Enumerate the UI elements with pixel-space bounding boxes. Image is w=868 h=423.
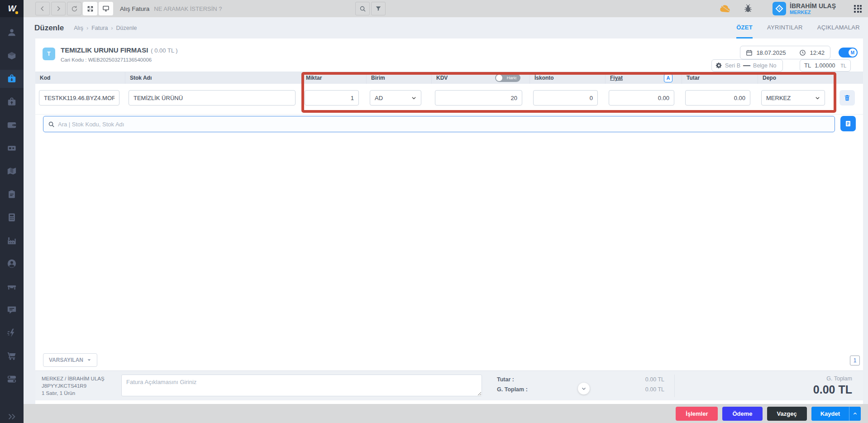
user-avatar[interactable]: ? <box>773 2 786 15</box>
kaydet-more-button[interactable] <box>849 407 861 421</box>
cell-birim: AD <box>366 84 431 115</box>
sidebar-item-settings[interactable] <box>0 370 24 388</box>
bug-report-icon[interactable] <box>744 4 753 13</box>
sidebar-item-map[interactable] <box>0 162 24 180</box>
tutar-input[interactable] <box>685 90 750 106</box>
belge-no-field[interactable]: Belge No <box>753 62 776 69</box>
sidebar-item-pos[interactable] <box>0 139 24 157</box>
back-button[interactable] <box>35 2 50 15</box>
odeme-button[interactable]: Ödeme <box>722 407 762 421</box>
tab-aciklamalar[interactable]: AÇIKLAMALAR <box>817 17 860 38</box>
fullscreen-button[interactable] <box>83 2 97 15</box>
invoice-note-textarea[interactable] <box>121 375 482 396</box>
depo-select[interactable]: MERKEZ <box>761 90 825 106</box>
col-header-iskonto: İskonto <box>529 72 605 84</box>
iskonto-input[interactable] <box>533 90 598 106</box>
user-branch: MERKEZ <box>790 10 836 15</box>
cart-icon <box>7 351 17 361</box>
calculator-icon <box>7 212 17 222</box>
invoice-time[interactable]: 12:42 <box>810 49 825 56</box>
chevron-right-icon <box>55 5 62 12</box>
pos-icon <box>7 143 17 153</box>
breadcrumb-item[interactable]: Düzenle <box>116 25 137 31</box>
global-search-button[interactable] <box>355 2 370 15</box>
sidebar-item-clipboard[interactable] <box>0 185 24 203</box>
sidebar-item-production[interactable] <box>0 231 24 250</box>
sidebar-item-calculator[interactable] <box>0 208 24 226</box>
cell-miktar <box>301 84 366 115</box>
invoice-card: T TEMIZLIK URUNU FIRMASI( 0.00 TL ) Cari… <box>35 38 863 404</box>
stock-list-button[interactable] <box>840 116 856 131</box>
tab-ozet[interactable]: ÖZET <box>736 17 753 38</box>
sidebar-item-user[interactable] <box>0 24 24 42</box>
sidebar-item-purchase[interactable] <box>0 70 24 88</box>
sidebar-item-package[interactable] <box>0 47 24 65</box>
sidebar-item-quick[interactable] <box>0 324 24 342</box>
kod-input[interactable] <box>39 90 119 106</box>
breadcrumb-item[interactable]: Alış <box>74 25 83 31</box>
invoice-lines-table: Kod Stok Adı Miktar Birim KDV Haric İsko… <box>35 72 863 115</box>
col-header-fiyat: Fiyat A <box>605 72 682 84</box>
topbar: Alış Fatura ? İBRAHİM ULAŞ MERKEZ <box>24 0 868 17</box>
session-info: MERKEZ / İBRAHİM ULAŞ J8PYYJKCTS41R9 1 S… <box>42 375 105 397</box>
birim-select[interactable]: AD <box>370 90 421 106</box>
kaydet-button[interactable]: Kaydet <box>811 407 849 421</box>
apps-grid-icon[interactable] <box>854 5 862 13</box>
seri-field[interactable]: Seri B <box>725 62 740 69</box>
kdv-haric-toggle[interactable]: Haric <box>495 74 520 82</box>
customer-name[interactable]: TEMIZLIK URUNU FIRMASI( 0.00 TL ) <box>61 46 178 54</box>
tab-ayrintilar[interactable]: AYRINTILAR <box>767 17 803 38</box>
breadcrumb-separator <box>86 25 88 31</box>
breadcrumb-item[interactable]: Fatura <box>91 25 108 31</box>
refresh-button[interactable] <box>67 2 81 15</box>
map-icon <box>7 166 17 176</box>
funnel-icon <box>375 5 382 12</box>
sidebar-item-sales[interactable] <box>0 93 24 111</box>
chevron-up-icon <box>853 411 858 416</box>
islemler-button[interactable]: İşlemler <box>676 407 718 421</box>
gear-icon[interactable] <box>715 62 722 69</box>
clock-icon <box>799 49 806 56</box>
col-header-kdv: KDV Haric <box>431 72 529 84</box>
stok-adi-input[interactable] <box>129 90 296 106</box>
stock-search-row <box>43 116 835 132</box>
sidebar-item-customers[interactable] <box>0 255 24 273</box>
stock-search-input[interactable] <box>58 121 830 128</box>
fiyat-a-badge[interactable]: A <box>664 74 672 82</box>
chevron-down-icon <box>581 386 587 391</box>
delete-row-button[interactable] <box>839 90 855 106</box>
rate-unit: TL <box>840 63 846 68</box>
currency-code: TL <box>804 62 811 69</box>
sidebar-item-ecommerce[interactable] <box>0 347 24 365</box>
vazgec-button[interactable]: Vazgeç <box>767 407 807 421</box>
session-code-line: J8PYYJKCTS41R9 <box>42 382 105 389</box>
fiyat-input[interactable] <box>609 90 674 106</box>
miktar-input[interactable] <box>305 90 359 106</box>
global-search-input[interactable] <box>154 2 355 15</box>
currency-group[interactable]: TL 1.00000 TL <box>800 59 851 72</box>
action-bar: İşlemler Ödeme Vazgeç Kaydet <box>24 404 868 423</box>
mode-toggle[interactable]: M <box>839 48 858 58</box>
sidebar-item-messages[interactable] <box>0 301 24 319</box>
sidebar-expand-button[interactable] <box>0 413 24 420</box>
sidebar-item-furniture[interactable] <box>0 278 24 296</box>
cell-iskonto <box>529 84 605 115</box>
cloud-offline-icon[interactable] <box>719 4 731 14</box>
forward-button[interactable] <box>51 2 66 15</box>
customer-balance: ( 0.00 TL ) <box>151 47 177 54</box>
sidebar-item-wallet[interactable] <box>0 116 24 134</box>
varsayilan-dropdown[interactable]: VARSAYILAN <box>43 353 97 367</box>
filter-button[interactable] <box>371 2 386 15</box>
expand-totals-button[interactable] <box>578 383 590 394</box>
app-logo[interactable]: W <box>0 0 24 17</box>
gtoplam-value: 0.00 TL <box>615 386 664 393</box>
totals-divider <box>674 375 675 397</box>
cell-tutar <box>682 84 758 115</box>
user-menu[interactable]: İBRAHİM ULAŞ MERKEZ <box>790 3 836 15</box>
page-number-badge[interactable]: 1 <box>850 356 860 365</box>
invoice-date[interactable]: 18.07.2025 <box>756 49 786 56</box>
double-chevron-right-icon <box>7 413 17 420</box>
active-module-tab[interactable]: Alış Fatura <box>120 5 149 12</box>
monitor-button[interactable] <box>99 2 113 15</box>
kdv-input[interactable] <box>435 90 522 106</box>
